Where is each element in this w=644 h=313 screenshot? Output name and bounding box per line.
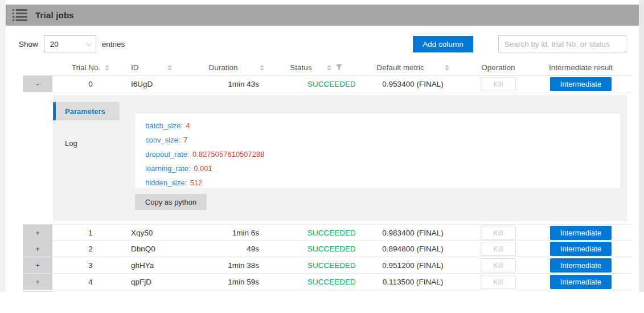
expanded-row-detail: Parameters Log batch_size4 conv_size7 dr…: [53, 95, 627, 221]
parameters-panel: batch_size4 conv_size7 dropout_rate0.827…: [120, 95, 627, 221]
trial-no-cell: 2: [52, 245, 129, 253]
entries-select[interactable]: 20: [44, 35, 96, 52]
column-header-id: ID: [129, 63, 199, 72]
sort-icon[interactable]: [327, 65, 331, 71]
column-header-status: Status: [273, 63, 359, 72]
default-metric-cell: 0.113500 (FINAL): [359, 278, 467, 286]
table-header-row: Trial No. ID Duration Status Default met…: [23, 60, 632, 76]
table-row: + 2 DbnQ0 49s SUCCEEDED 0.894800 (FINAL)…: [23, 241, 632, 257]
intermediate-button[interactable]: Intermediate: [550, 77, 612, 91]
page: Trial jobs Show 20 entries Add column Tr…: [0, 0, 644, 313]
list-icon: [13, 9, 27, 21]
panel-titlebar: Trial jobs: [6, 5, 639, 26]
intermediate-button[interactable]: Intermediate: [550, 242, 612, 256]
parameter-value: 0.001: [194, 164, 212, 173]
trial-no-cell: 1: [52, 229, 129, 237]
page-left-margin: [0, 0, 6, 292]
trial-no-cell: 4: [52, 278, 129, 286]
table-row: + 1 Xqy50 1min 6s SUCCEEDED 0.983400 (FI…: [23, 224, 632, 241]
entries-select-value: 20: [50, 40, 59, 48]
kill-button[interactable]: Kill: [481, 77, 516, 91]
parameter-value: 4: [186, 121, 190, 130]
status-cell: SUCCEEDED: [273, 245, 359, 253]
tab-log[interactable]: Log: [53, 134, 120, 152]
trial-jobs-panel: Trial jobs Show 20 entries Add column Tr…: [6, 5, 639, 292]
kill-button[interactable]: Kill: [481, 275, 516, 289]
kill-button[interactable]: Kill: [481, 242, 516, 256]
default-metric-cell: 0.953400 (FINAL): [359, 80, 467, 88]
kill-button[interactable]: Kill: [481, 226, 516, 240]
collapse-row-toggle[interactable]: -: [23, 76, 52, 92]
expand-row-toggle[interactable]: +: [23, 257, 52, 273]
table-row: + 4 qpFjD 1min 59s SUCCEEDED 0.113500 (F…: [23, 274, 632, 290]
intermediate-button[interactable]: Intermediate: [550, 226, 612, 240]
show-label: Show: [19, 40, 38, 48]
column-header-trial-no: Trial No.: [52, 63, 129, 72]
default-metric-cell: 0.983400 (FINAL): [359, 229, 467, 237]
parameter-key: learning_rate: [145, 164, 192, 173]
filter-icon[interactable]: [336, 64, 342, 71]
status-cell: SUCCEEDED: [273, 229, 359, 237]
search-input[interactable]: [498, 35, 626, 52]
default-metric-cell: 0.951200 (FINAL): [359, 261, 467, 270]
status-cell: SUCCEEDED: [273, 261, 359, 270]
chevron-down-icon: [86, 40, 92, 46]
id-cell: Xqy50: [129, 229, 199, 237]
add-column-button[interactable]: Add column: [413, 36, 473, 52]
status-cell: SUCCEEDED: [273, 80, 359, 88]
expand-row-toggle[interactable]: +: [23, 241, 52, 257]
id-cell: DbnQ0: [129, 245, 199, 253]
intermediate-button[interactable]: Intermediate: [550, 258, 612, 273]
id-cell: qpFjD: [129, 278, 199, 286]
tab-parameters[interactable]: Parameters: [53, 102, 120, 120]
trial-no-cell: 0: [52, 80, 129, 88]
parameter-item: batch_size4: [145, 119, 620, 133]
kill-button[interactable]: Kill: [481, 258, 516, 273]
id-cell: I6UgD: [129, 80, 199, 88]
column-header-duration: Duration: [199, 63, 273, 72]
duration-cell: 1min 38s: [199, 261, 273, 270]
sort-icon[interactable]: [445, 65, 449, 71]
status-cell: SUCCEEDED: [273, 278, 359, 286]
id-cell: ghHYa: [129, 261, 199, 270]
column-header-operation: Operation: [467, 63, 530, 72]
parameter-key: hidden_size: [145, 178, 189, 187]
duration-cell: 1min 59s: [199, 278, 273, 286]
parameter-item: conv_size7: [145, 133, 620, 147]
entries-label: entries: [102, 40, 125, 48]
parameters-box: batch_size4 conv_size7 dropout_rate0.827…: [135, 113, 620, 188]
parameter-key: batch_size: [145, 121, 184, 130]
parameter-item: dropout_rate0.8275057610507288: [145, 147, 620, 161]
column-header-intermediate-result: Intermediate result: [530, 63, 632, 72]
default-metric-cell: 0.894800 (FINAL): [359, 245, 467, 253]
table-controls: Show 20 entries Add column: [19, 35, 626, 53]
parameter-key: dropout_rate: [145, 150, 191, 158]
duration-cell: 1min 43s: [199, 80, 273, 88]
parameter-item: learning_rate0.001: [145, 161, 620, 176]
table-row: - 0 I6UgD 1min 43s SUCCEEDED 0.953400 (F…: [23, 76, 632, 92]
duration-cell: 49s: [199, 245, 273, 253]
page-title: Trial jobs: [35, 10, 74, 20]
duration-cell: 1min 6s: [199, 229, 273, 237]
detail-tabs: Parameters Log: [53, 95, 120, 221]
column-header-default-metric: Default metric: [359, 63, 467, 72]
trial-no-cell: 3: [52, 261, 129, 270]
parameter-item: hidden_size512: [145, 176, 620, 190]
sort-icon[interactable]: [105, 65, 109, 71]
expand-row-toggle[interactable]: +: [23, 225, 52, 241]
parameter-key: conv_size: [145, 136, 182, 144]
table-row-clipped: [23, 290, 632, 292]
parameter-value: 7: [183, 136, 187, 144]
sort-icon[interactable]: [167, 65, 172, 71]
expand-row-toggle[interactable]: +: [23, 274, 52, 290]
page-right-margin: [639, 0, 644, 292]
parameter-value: 0.8275057610507288: [192, 150, 265, 158]
intermediate-button[interactable]: Intermediate: [550, 275, 612, 289]
sort-icon[interactable]: [260, 65, 264, 71]
expand-row-toggle[interactable]: [23, 291, 52, 292]
table-row: + 3 ghHYa 1min 38s SUCCEEDED 0.951200 (F…: [23, 257, 632, 274]
copy-as-python-button[interactable]: Copy as python: [135, 194, 207, 210]
parameter-value: 512: [190, 178, 203, 187]
